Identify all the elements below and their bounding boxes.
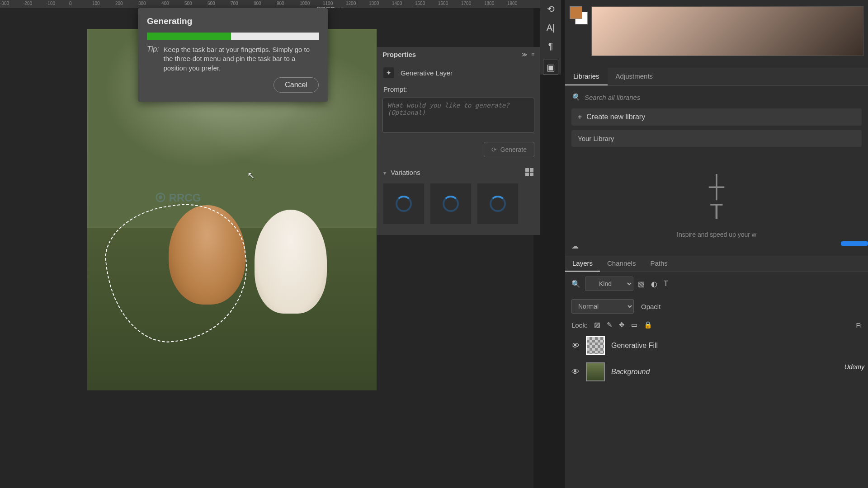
tab-layers[interactable]: Layers bbox=[565, 256, 600, 272]
ruler-tick: 300 bbox=[138, 1, 146, 6]
watermark-logo-faint: ⦿ RRCG bbox=[155, 192, 201, 204]
ruler-tick: -200 bbox=[23, 1, 32, 6]
filter-adjustment-icon[interactable]: ◐ bbox=[651, 280, 657, 288]
fill-label: Fi bbox=[856, 321, 862, 329]
prompt-input[interactable] bbox=[382, 98, 534, 133]
generate-icon: ⟳ bbox=[491, 146, 497, 153]
ruler-tick: 100 bbox=[92, 1, 100, 6]
ruler-tick: 1500 bbox=[415, 1, 425, 6]
cloud-sync-icon[interactable]: ☁ bbox=[565, 238, 868, 254]
ruler-tick: 500 bbox=[184, 1, 192, 6]
ruler-tick: 0 bbox=[69, 1, 72, 6]
loading-spinner-icon bbox=[443, 196, 459, 212]
mouse-cursor-icon bbox=[247, 170, 253, 178]
lock-all-icon[interactable]: 🔒 bbox=[644, 321, 652, 329]
your-library-item[interactable]: Your Library bbox=[571, 130, 862, 147]
blend-mode-select[interactable]: Normal bbox=[571, 299, 634, 314]
ruler-tick: 1700 bbox=[461, 1, 471, 6]
filter-pixel-icon[interactable]: ▧ bbox=[638, 280, 645, 288]
ruler-tick: 800 bbox=[254, 1, 261, 6]
ruler-tick: 200 bbox=[115, 1, 123, 6]
progress-fill bbox=[147, 33, 231, 40]
ruler-tick: 700 bbox=[231, 1, 238, 6]
opacity-label: Opacit bbox=[641, 303, 660, 310]
frame-tool-icon[interactable]: ▣ bbox=[543, 60, 558, 75]
layer-kind-filter[interactable]: Kind bbox=[585, 277, 633, 291]
lock-label: Lock: bbox=[571, 321, 588, 329]
prompt-label: Prompt: bbox=[377, 84, 540, 95]
right-panel-group: Libraries Adjustments 🔍 Search all libra… bbox=[565, 0, 868, 488]
create-new-library-button[interactable]: + Create new library bbox=[571, 108, 862, 126]
filter-type-icon[interactable]: T bbox=[664, 280, 668, 288]
history-icon[interactable]: ⟲ bbox=[547, 4, 555, 14]
chevron-down-icon[interactable]: ▾ bbox=[383, 170, 386, 176]
lock-brush-icon[interactable]: ✎ bbox=[607, 321, 613, 329]
cta-button-partial[interactable] bbox=[841, 241, 868, 246]
foreground-color-swatch[interactable] bbox=[570, 6, 582, 19]
lock-transparency-icon[interactable]: ▨ bbox=[594, 321, 600, 329]
ruler-tick: 1300 bbox=[369, 1, 379, 6]
variation-thumb-1[interactable] bbox=[383, 183, 424, 224]
panel-menu-icon[interactable]: ≡ bbox=[531, 52, 534, 58]
search-icon[interactable]: 🔍 bbox=[571, 280, 580, 288]
visibility-eye-icon[interactable]: 👁 bbox=[571, 341, 580, 351]
right-collapsed-panel-strip: ⟲ A| ¶ ▣ bbox=[540, 0, 561, 75]
visibility-eye-icon[interactable]: 👁 bbox=[571, 367, 580, 377]
layer-item-generative-fill[interactable]: 👁 Generative Fill bbox=[565, 333, 868, 359]
tab-adjustments[interactable]: Adjustments bbox=[608, 68, 661, 85]
ruler-tick: 400 bbox=[161, 1, 169, 6]
layer-name-label: Background bbox=[611, 368, 650, 376]
tip-text: Keep the task bar at your fingertips. Si… bbox=[164, 45, 319, 73]
gradient-preview[interactable] bbox=[591, 6, 863, 56]
image-subject-dog-white bbox=[255, 210, 327, 314]
tip-label: Tip: bbox=[147, 45, 159, 73]
properties-panel-title: Properties bbox=[382, 51, 416, 58]
type-placeholder-icon: ┼T bbox=[565, 174, 868, 224]
ruler-tick: 1200 bbox=[346, 1, 356, 6]
tab-libraries[interactable]: Libraries bbox=[565, 68, 608, 85]
ruler-tick: 1400 bbox=[392, 1, 402, 6]
grid-view-icon[interactable] bbox=[525, 168, 533, 176]
loading-spinner-icon bbox=[490, 196, 506, 212]
cancel-button[interactable]: Cancel bbox=[274, 77, 319, 93]
layer-item-background[interactable]: 👁 Background bbox=[565, 359, 868, 385]
inspire-text: Inspire and speed up your w bbox=[677, 231, 756, 238]
ruler-tick: -100 bbox=[46, 1, 55, 6]
search-icon[interactable]: 🔍 bbox=[571, 93, 580, 101]
layer-name-label: Generative Fill bbox=[611, 342, 658, 350]
ruler-tick: -300 bbox=[0, 1, 9, 6]
create-new-library-label: Create new library bbox=[586, 113, 645, 121]
variation-thumb-2[interactable] bbox=[430, 183, 471, 224]
ruler-tick: 1800 bbox=[484, 1, 494, 6]
lock-position-icon[interactable]: ✥ bbox=[619, 321, 625, 329]
search-libraries-placeholder[interactable]: Search all libraries bbox=[585, 94, 640, 101]
ruler-tick: 1900 bbox=[507, 1, 517, 6]
variations-label: Variations bbox=[391, 169, 420, 176]
tab-channels[interactable]: Channels bbox=[600, 256, 643, 272]
character-icon[interactable]: A| bbox=[547, 23, 555, 33]
ruler-tick: 1000 bbox=[300, 1, 310, 6]
plus-icon: + bbox=[578, 113, 582, 121]
ruler-tick: 900 bbox=[277, 1, 284, 6]
lock-artboard-icon[interactable]: ▭ bbox=[631, 321, 637, 329]
ruler-tick: 600 bbox=[208, 1, 215, 6]
properties-panel: Properties ≫ ≡ ✦ Generative Layer Prompt… bbox=[377, 47, 540, 235]
dialog-title: Generating bbox=[147, 16, 319, 26]
generating-dialog: Generating Tip: Keep the task bar at you… bbox=[138, 8, 328, 102]
loading-spinner-icon bbox=[396, 196, 412, 212]
panel-collapse-icon[interactable]: ≫ bbox=[522, 52, 528, 58]
udemy-watermark: Udemy bbox=[844, 363, 864, 371]
variation-thumb-3[interactable] bbox=[477, 183, 518, 224]
layer-thumbnail[interactable] bbox=[586, 336, 605, 355]
generate-button-label: Generate bbox=[500, 146, 527, 153]
color-swatch-pair[interactable] bbox=[570, 6, 588, 24]
ruler-tick: 1600 bbox=[438, 1, 448, 6]
progress-bar bbox=[147, 33, 319, 40]
layer-thumbnail[interactable] bbox=[586, 362, 605, 381]
horizontal-ruler: -300-200-1000100200300400500600700800900… bbox=[0, 0, 542, 8]
generative-layer-icon: ✦ bbox=[383, 67, 394, 78]
generative-layer-label: Generative Layer bbox=[401, 69, 453, 77]
generate-button[interactable]: ⟳ Generate bbox=[484, 142, 534, 157]
paragraph-icon[interactable]: ¶ bbox=[548, 41, 553, 52]
tab-paths[interactable]: Paths bbox=[643, 256, 675, 272]
